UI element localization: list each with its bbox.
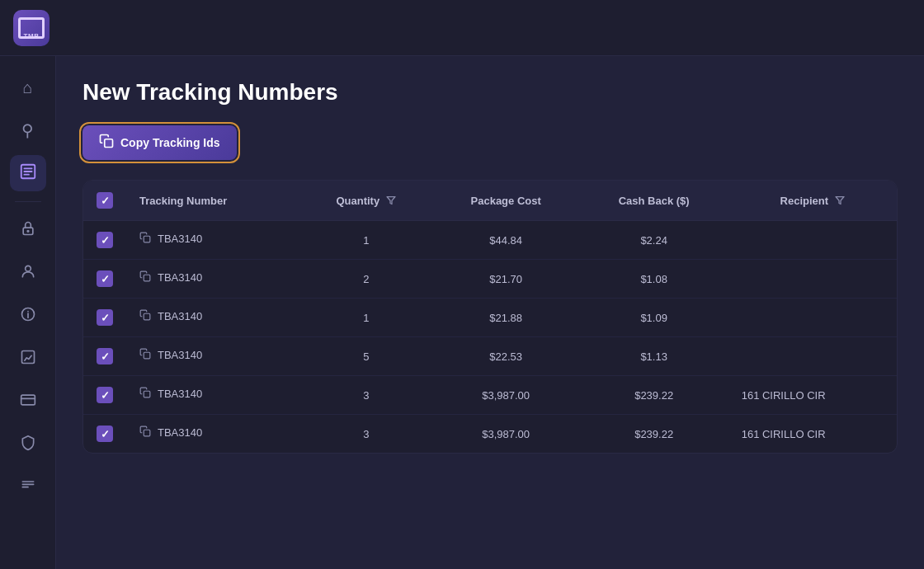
quantity-cell-3: 5	[300, 337, 432, 376]
cash-back-cell-4: $239.22	[580, 376, 728, 415]
topbar: TMB	[0, 0, 924, 56]
quantity-cell-2: 1	[300, 299, 432, 337]
recipient-cell-3	[728, 337, 897, 376]
sidebar-item-user[interactable]	[10, 255, 46, 291]
tracking-number-cell-1: TBA3140	[126, 260, 300, 295]
svg-rect-22	[144, 352, 150, 359]
sidebar-item-home[interactable]: ⌂	[10, 69, 46, 106]
quantity-cell-5: 3	[300, 415, 432, 454]
package-cost-cell-3: $22.53	[432, 337, 580, 376]
sidebar-item-card[interactable]	[10, 383, 46, 420]
row-checkbox-0[interactable]	[97, 232, 113, 248]
copy-tracking-ids-button[interactable]: Copy Tracking Ids	[82, 125, 237, 160]
tracking-number-text-4: TBA3140	[158, 388, 202, 400]
svg-rect-10	[21, 350, 34, 363]
tracking-number-cell-0: TBA3140	[126, 221, 300, 256]
table-row: TBA31405$22.53$1.13	[83, 337, 897, 376]
copy-tracking-icon-4[interactable]	[139, 387, 151, 401]
package-cost-cell-5: $3,987.00	[432, 415, 580, 454]
svg-marker-17	[387, 197, 395, 205]
logo-text: TMB	[24, 32, 40, 40]
copy-tracking-icon-2[interactable]	[139, 309, 151, 323]
th-package-cost: Package Cost	[432, 181, 580, 221]
cash-back-cell-0: $2.24	[580, 221, 728, 260]
th-tracking-number: Tracking Number	[126, 181, 300, 221]
svg-rect-11	[21, 395, 35, 405]
cash-back-cell-1: $1.08	[580, 260, 728, 299]
recipient-cell-1	[728, 260, 897, 299]
sidebar-item-shield[interactable]	[10, 426, 46, 463]
recipient-cell-0	[728, 221, 897, 260]
package-cost-cell-2: $21.88	[432, 299, 580, 337]
sidebar-item-lock[interactable]	[10, 212, 46, 248]
select-all-checkbox[interactable]	[97, 192, 113, 209]
package-cost-cell-4: $3,987.00	[432, 376, 580, 415]
card-icon	[20, 392, 36, 412]
sidebar-item-reports[interactable]	[10, 341, 46, 377]
tracking-number-text-1: TBA3140	[158, 271, 202, 284]
tracking-number-text-2: TBA3140	[158, 310, 202, 322]
cash-back-cell-5: $239.22	[580, 415, 728, 454]
row-checkbox-4[interactable]	[97, 387, 113, 403]
main-layout: ⌂ ⚲	[0, 56, 924, 569]
page-title: New Tracking Numbers	[82, 79, 898, 106]
th-cash-back: Cash Back ($)	[580, 181, 728, 221]
quantity-cell-0: 1	[300, 221, 432, 260]
row-checkbox-2[interactable]	[97, 309, 113, 326]
svg-rect-21	[144, 313, 150, 320]
svg-rect-19	[144, 236, 150, 242]
row-checkbox-3[interactable]	[97, 348, 113, 364]
sidebar-item-layers[interactable]	[10, 469, 46, 506]
sidebar-item-search[interactable]: ⚲	[10, 112, 46, 148]
table-header-row: Tracking Number Quantity	[83, 181, 897, 221]
copy-tracking-icon-5[interactable]	[139, 426, 151, 440]
svg-point-6	[25, 266, 31, 271]
sidebar: ⌂ ⚲	[0, 56, 56, 569]
layers-icon	[20, 477, 36, 498]
table-row: TBA31403$3,987.00$239.22161 CIRILLO CIR	[83, 376, 897, 415]
recipient-cell-4: 161 CIRILLO CIR	[728, 376, 897, 415]
svg-rect-23	[144, 391, 150, 397]
home-icon: ⌂	[22, 78, 32, 97]
svg-marker-18	[836, 197, 844, 205]
tracking-number-text-3: TBA3140	[158, 349, 202, 361]
cash-back-cell-2: $1.09	[580, 299, 728, 337]
copy-tracking-icon-1[interactable]	[139, 270, 151, 284]
copy-tracking-icon-0[interactable]	[139, 232, 151, 246]
documents-icon	[19, 162, 37, 185]
svg-rect-16	[105, 139, 113, 148]
reports-icon	[20, 349, 36, 369]
sidebar-item-info[interactable]	[10, 298, 46, 334]
sidebar-item-documents[interactable]	[10, 155, 46, 191]
quantity-filter-icon[interactable]	[386, 195, 396, 205]
recipient-filter-icon[interactable]	[835, 195, 845, 205]
quantity-cell-4: 3	[300, 376, 432, 415]
tracking-number-text-0: TBA3140	[158, 233, 202, 245]
tracking-number-cell-3: TBA3140	[126, 337, 300, 373]
tracking-number-cell-2: TBA3140	[126, 299, 300, 334]
th-quantity: Quantity	[300, 181, 432, 221]
table-row: TBA31401$21.88$1.09	[83, 299, 897, 337]
info-icon	[20, 306, 36, 327]
svg-point-5	[27, 230, 29, 232]
tracking-number-cell-5: TBA3140	[126, 415, 300, 450]
recipient-cell-2	[728, 299, 897, 337]
recipient-cell-5: 161 CIRILLO CIR	[728, 415, 897, 454]
package-cost-cell-0: $44.84	[432, 221, 580, 260]
quantity-cell-1: 2	[300, 260, 432, 299]
row-checkbox-5[interactable]	[97, 426, 113, 442]
tracking-number-text-5: TBA3140	[158, 426, 202, 439]
user-icon	[20, 263, 36, 284]
table-row: TBA31403$3,987.00$239.22161 CIRILLO CIR	[83, 415, 897, 454]
th-checkbox	[83, 181, 126, 221]
copy-button-wrapper: Copy Tracking Ids	[82, 125, 237, 160]
sidebar-divider-1	[15, 201, 41, 202]
package-cost-cell-1: $21.70	[432, 260, 580, 299]
copy-tracking-icon-3[interactable]	[139, 348, 151, 362]
cash-back-cell-3: $1.13	[580, 337, 728, 376]
row-checkbox-1[interactable]	[97, 270, 113, 287]
svg-rect-20	[144, 275, 150, 281]
tracking-table: Tracking Number Quantity	[83, 181, 897, 453]
copy-button-label: Copy Tracking Ids	[120, 136, 220, 149]
shield-icon	[20, 435, 36, 455]
